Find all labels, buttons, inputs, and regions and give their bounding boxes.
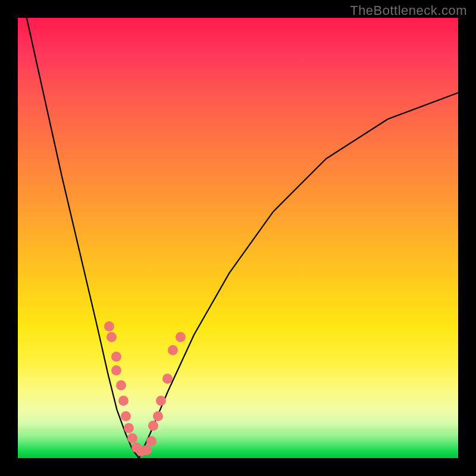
data-dot	[111, 365, 121, 375]
curve-left-branch	[27, 18, 139, 458]
data-dot	[127, 433, 137, 443]
data-dot	[111, 352, 121, 362]
plot-area	[18, 18, 458, 458]
data-dot	[107, 332, 117, 342]
data-dot	[146, 436, 156, 446]
bottleneck-curve	[18, 18, 458, 458]
curve-right-branch	[139, 93, 459, 458]
data-dot	[121, 411, 131, 421]
watermark-text: TheBottleneck.com	[350, 3, 467, 18]
chart-frame: TheBottleneck.com	[0, 0, 476, 476]
data-dot	[104, 321, 114, 331]
data-dot	[124, 423, 134, 433]
data-dot	[153, 411, 163, 421]
